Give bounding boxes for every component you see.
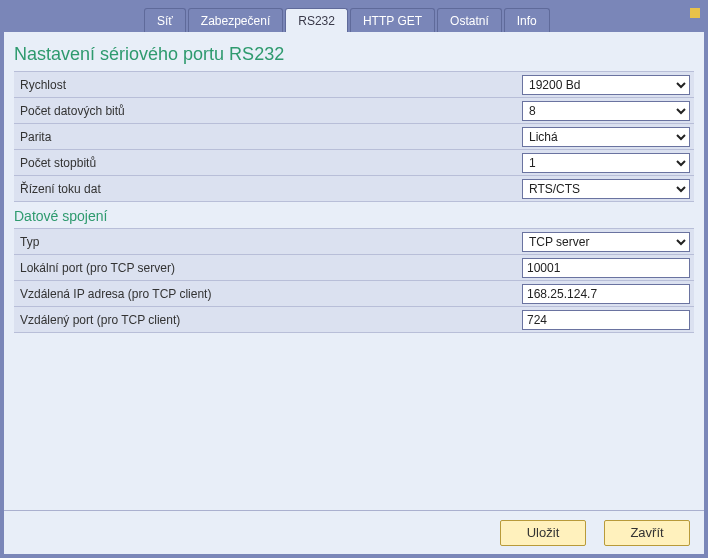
select-stopbits[interactable]: 1 [522, 153, 690, 173]
label-rychlost: Rychlost [14, 78, 522, 92]
settings-window: Síť Zabezpečení RS232 HTTP GET Ostatní I… [0, 0, 708, 558]
tab-info[interactable]: Info [504, 8, 550, 32]
label-stopbits: Počet stopbitů [14, 156, 522, 170]
select-parita[interactable]: Lichá [522, 127, 690, 147]
input-remote-ip[interactable] [522, 284, 690, 304]
select-bits[interactable]: 8 [522, 101, 690, 121]
rs232-settings-group: Rychlost 19200 Bd Počet datových bitů 8 … [14, 71, 694, 202]
tab-sit[interactable]: Síť [144, 8, 186, 32]
tab-ostatni[interactable]: Ostatní [437, 8, 502, 32]
label-bits: Počet datových bitů [14, 104, 522, 118]
row-rychlost: Rychlost 19200 Bd [14, 71, 694, 97]
page-title: Nastavení sériového portu RS232 [14, 44, 694, 65]
label-remote-port: Vzdálený port (pro TCP client) [14, 313, 522, 327]
connection-settings-group: Typ TCP server Lokální port (pro TCP ser… [14, 228, 694, 333]
select-rychlost[interactable]: 19200 Bd [522, 75, 690, 95]
tab-zabezpeceni[interactable]: Zabezpečení [188, 8, 283, 32]
input-remote-port[interactable] [522, 310, 690, 330]
tab-rs232[interactable]: RS232 [285, 8, 348, 32]
label-local-port: Lokální port (pro TCP server) [14, 261, 522, 275]
save-button[interactable]: Uložit [500, 520, 586, 546]
row-bits: Počet datových bitů 8 [14, 97, 694, 123]
row-flow: Řízení toku dat RTS/CTS [14, 175, 694, 201]
row-local-port: Lokální port (pro TCP server) [14, 254, 694, 280]
label-remote-ip: Vzdálená IP adresa (pro TCP client) [14, 287, 522, 301]
row-remote-ip: Vzdálená IP adresa (pro TCP client) [14, 280, 694, 306]
row-parita: Parita Lichá [14, 123, 694, 149]
close-button[interactable]: Zavřít [604, 520, 690, 546]
select-flow[interactable]: RTS/CTS [522, 179, 690, 199]
label-parita: Parita [14, 130, 522, 144]
row-remote-port: Vzdálený port (pro TCP client) [14, 306, 694, 332]
label-typ: Typ [14, 235, 522, 249]
label-flow: Řízení toku dat [14, 182, 522, 196]
corner-indicator-icon [690, 8, 700, 18]
content-area: Nastavení sériového portu RS232 Rychlost… [4, 32, 704, 510]
input-local-port[interactable] [522, 258, 690, 278]
subsection-title-connection: Datové spojení [14, 208, 694, 224]
tab-httpget[interactable]: HTTP GET [350, 8, 435, 32]
footer-bar: Uložit Zavřít [4, 510, 704, 554]
select-typ[interactable]: TCP server [522, 232, 690, 252]
tab-bar: Síť Zabezpečení RS232 HTTP GET Ostatní I… [4, 4, 704, 32]
row-stopbits: Počet stopbitů 1 [14, 149, 694, 175]
row-typ: Typ TCP server [14, 228, 694, 254]
